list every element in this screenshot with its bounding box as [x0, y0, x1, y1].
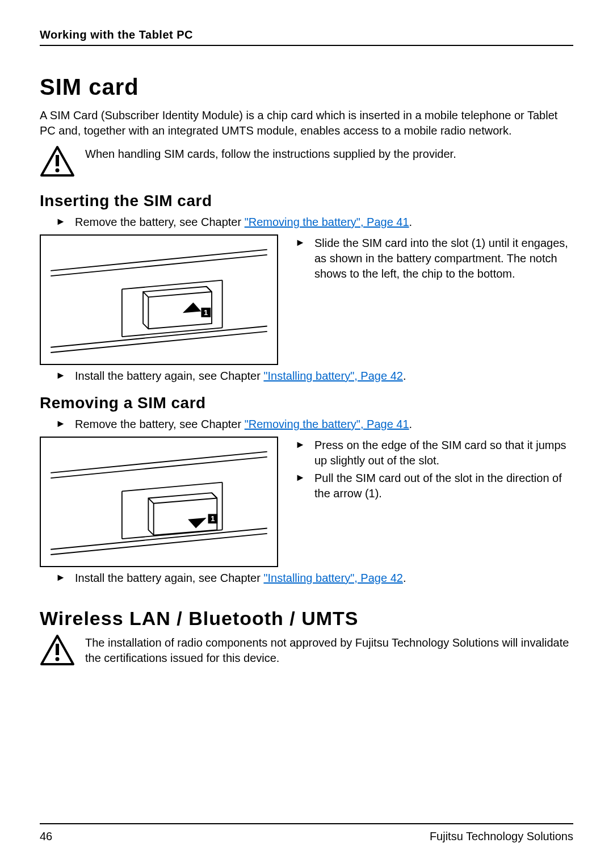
remove-step-1: ► Remove the battery, see Chapter "Remov… [40, 417, 573, 432]
svg-line-6 [51, 332, 267, 353]
svg-line-5 [51, 326, 267, 347]
running-header: Working with the Tablet PC [40, 28, 573, 41]
caution-block-sim: When handling SIM cards, follow the inst… [40, 145, 573, 179]
insert-step-3: ► Install the battery again, see Chapter… [40, 368, 573, 384]
step-text-post: . [403, 572, 406, 584]
svg-rect-36 [56, 644, 59, 655]
step-marker-icon: ► [56, 215, 75, 228]
heading-sim-card: SIM card [40, 74, 573, 100]
svg-point-2 [56, 169, 60, 173]
heading-inserting-sim: Inserting the SIM card [40, 192, 573, 210]
remove-step-4: ► Install the battery again, see Chapter… [40, 571, 573, 586]
warning-icon [40, 634, 75, 668]
footer-rule [40, 823, 573, 824]
step-text-post: . [403, 370, 406, 382]
step-text: Install the battery again, see Chapter [75, 370, 263, 382]
step-marker-icon: ► [295, 471, 314, 484]
step-marker-icon: ► [56, 417, 75, 430]
step-marker-icon: ► [56, 368, 75, 382]
remove-step-2: ► Press on the edge of the SIM card so t… [295, 438, 573, 468]
step-text-post: . [409, 418, 413, 430]
remove-step-3: ► Pull the SIM card out of the slot in t… [295, 471, 573, 501]
insert-step-2: ► Slide the SIM card into the slot (1) u… [295, 236, 573, 282]
step-text: Slide the SIM card into the slot (1) unt… [314, 236, 573, 282]
step-text: Press on the edge of the SIM card so tha… [314, 438, 573, 468]
heading-wireless: Wireless LAN / Bluetooth / UMTS [40, 607, 573, 630]
svg-point-37 [56, 657, 60, 661]
insert-step-1: ► Remove the battery, see Chapter "Remov… [40, 215, 573, 230]
svg-line-19 [51, 452, 267, 473]
step-text: Remove the battery, see Chapter [75, 418, 245, 430]
svg-line-22 [51, 534, 267, 555]
caution-text-sim: When handling SIM cards, follow the inst… [85, 145, 456, 162]
svg-line-4 [51, 255, 267, 276]
link-installing-battery[interactable]: "Installing battery", Page 42 [263, 370, 402, 382]
step-text: Pull the SIM card out of the slot in the… [314, 471, 573, 501]
page: Working with the Tablet PC SIM card A SI… [0, 0, 613, 868]
svg-rect-1 [56, 155, 59, 166]
warning-icon [40, 145, 75, 179]
link-installing-battery[interactable]: "Installing battery", Page 42 [263, 572, 402, 584]
caution-text-wireless: The installation of radio components not… [85, 634, 573, 666]
footer-company: Fujitsu Technology Solutions [430, 830, 573, 843]
svg-line-20 [51, 457, 267, 478]
step-marker-icon: ► [295, 438, 314, 451]
page-number: 46 [40, 830, 52, 843]
figure-insert-sim: 1 [40, 234, 278, 365]
remove-figure-row: 1 ► Press on the edge of the SIM card so… [40, 437, 573, 567]
figure-remove-sim: 1 [40, 437, 278, 567]
step-text: Remove the battery, see Chapter [75, 216, 245, 228]
step-text-post: . [409, 216, 413, 228]
step-text: Install the battery again, see Chapter [75, 572, 263, 584]
sim-intro-text: A SIM Card (Subscriber Identity Module) … [40, 108, 573, 139]
step-marker-icon: ► [56, 571, 75, 584]
svg-line-3 [51, 250, 267, 271]
link-removing-battery[interactable]: "Removing the battery", Page 41 [245, 216, 409, 228]
link-removing-battery[interactable]: "Removing the battery", Page 41 [245, 418, 409, 430]
caution-block-wireless: The installation of radio components not… [40, 634, 573, 668]
page-footer: 46 Fujitsu Technology Solutions [40, 823, 573, 843]
header-rule [40, 45, 573, 46]
heading-removing-sim: Removing a SIM card [40, 394, 573, 412]
svg-text:1: 1 [211, 514, 215, 523]
svg-text:1: 1 [204, 308, 208, 317]
svg-line-23 [122, 483, 222, 492]
step-marker-icon: ► [295, 236, 314, 249]
insert-figure-row: 1 ► Slide the SIM card into the slot (1)… [40, 234, 573, 365]
